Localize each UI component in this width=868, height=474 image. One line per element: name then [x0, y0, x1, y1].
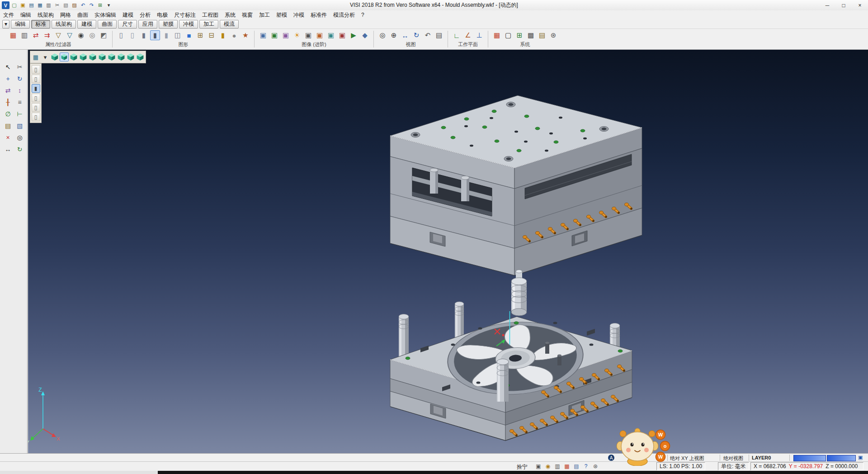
new-file-icon[interactable]: ▢: [10, 1, 18, 9]
assembly-boxes-icon[interactable]: ⊞: [195, 30, 205, 40]
calculator-icon[interactable]: ⊞: [96, 1, 104, 9]
monitor-icon[interactable]: ▢: [503, 30, 513, 40]
blank-icon[interactable]: ◎: [87, 30, 97, 40]
shadow-icon[interactable]: ▣: [303, 30, 313, 40]
animation-icon[interactable]: ▶: [349, 30, 359, 40]
workplane-standard-icon[interactable]: ∟: [452, 30, 462, 40]
settings-icon[interactable]: ⊛: [548, 30, 558, 40]
menu-item-file[interactable]: 文件: [0, 10, 17, 20]
tab-standard[interactable]: 标准: [31, 20, 50, 28]
snap-mode-icon[interactable]: ▣: [534, 462, 542, 470]
view-cube-bottom-icon[interactable]: [126, 52, 135, 62]
view-cube-iso-se-icon[interactable]: [79, 52, 88, 62]
units-field[interactable]: 单位: 毫米: [718, 462, 749, 470]
print-attributes-icon[interactable]: ▥: [19, 30, 29, 40]
filter-view-5-icon[interactable]: ▯: [32, 103, 40, 112]
calculator-system-icon[interactable]: ⊞: [514, 30, 524, 40]
tab-wireframe[interactable]: 线架构: [52, 20, 76, 28]
delete-icon[interactable]: ×: [3, 132, 13, 142]
visi-logo[interactable]: V: [2, 1, 9, 9]
database-icon[interactable]: ▤: [537, 30, 547, 40]
menu-item-edit[interactable]: 编辑: [17, 10, 34, 20]
mascot-widget[interactable]: W o W: [614, 427, 672, 466]
rotate-icon[interactable]: ↻: [14, 73, 25, 84]
group-boxes-icon[interactable]: ⊟: [207, 30, 217, 40]
selection-filter-icon[interactable]: ▽: [65, 30, 75, 40]
unblank-icon[interactable]: ◩: [99, 30, 108, 40]
filter-icon[interactable]: ▽: [53, 30, 63, 40]
pan-view-icon[interactable]: ↔: [400, 30, 410, 40]
rotate-view-icon[interactable]: ↻: [411, 30, 421, 40]
translucent-mode-icon[interactable]: ▮: [161, 30, 171, 40]
tab-progress[interactable]: 冲模: [179, 20, 198, 28]
lighting-icon[interactable]: ☀: [292, 30, 302, 40]
color-attributes-icon[interactable]: ▦: [8, 30, 18, 40]
view-cube-back-icon[interactable]: [117, 52, 126, 62]
tab-dimension[interactable]: 尺寸: [118, 20, 137, 28]
menu-item-modeling[interactable]: 建模: [119, 10, 137, 20]
refresh-icon[interactable]: ↻: [14, 144, 25, 154]
color-table-icon[interactable]: ▦: [492, 30, 502, 40]
shaded-edges-mode-icon[interactable]: ▮: [150, 30, 160, 40]
zoom-fit-icon[interactable]: ◎: [377, 30, 387, 40]
print-preview-icon[interactable]: ▥: [553, 462, 561, 470]
menu-item-machining[interactable]: 加工: [256, 10, 273, 20]
qat-dropdown-icon[interactable]: ▾: [105, 1, 113, 9]
viewport-3d[interactable]: Z Y X ▦▾ ▯▯▮▯▯▯: [28, 50, 868, 453]
menu-item-standard-parts[interactable]: 标准件: [307, 10, 330, 20]
view-cube-iso-nw-icon[interactable]: [107, 52, 116, 62]
palette-icon[interactable]: ▦: [563, 462, 571, 470]
copy-attributes-icon[interactable]: ⇉: [42, 30, 52, 40]
view-cube-right-icon[interactable]: [69, 52, 78, 62]
move-icon[interactable]: +: [3, 73, 13, 84]
paste-icon[interactable]: ▨: [71, 1, 78, 9]
tab-surface[interactable]: 曲面: [98, 20, 117, 28]
snapshot-icon[interactable]: ▣: [337, 30, 347, 40]
view-cube-top-icon[interactable]: [50, 52, 59, 62]
cut-icon[interactable]: ✂: [53, 1, 61, 9]
texture-image-icon[interactable]: ▣: [269, 30, 279, 40]
view-cube-iso-ne-icon[interactable]: [98, 52, 107, 62]
menu-item-drafting[interactable]: 工程图: [199, 10, 222, 20]
menu-item-mould[interactable]: 塑模: [273, 10, 290, 20]
lock-icon[interactable]: ◉: [544, 462, 552, 470]
snap-toggle[interactable]: 拴宁: [517, 463, 528, 471]
render-image-icon[interactable]: ▣: [258, 30, 268, 40]
wireframe-mode-icon[interactable]: ▯: [116, 30, 126, 40]
filter-view-1-icon[interactable]: ▯: [32, 65, 40, 74]
edit-scissors-icon[interactable]: ✂: [14, 62, 25, 72]
menu-item-surface[interactable]: 曲面: [74, 10, 91, 20]
view-mode-label[interactable]: 绝对视图: [723, 455, 743, 462]
dimension-icon[interactable]: ⊢: [14, 109, 25, 119]
change-attributes-icon[interactable]: ⇄: [31, 30, 41, 40]
previous-view-icon[interactable]: ↶: [423, 30, 433, 40]
tab-mould[interactable]: 塑膜: [159, 20, 178, 28]
cylinder-view-icon[interactable]: ▮: [218, 30, 228, 40]
visibility-icon[interactable]: ◉: [76, 30, 86, 40]
measure-icon[interactable]: ∅: [3, 109, 13, 119]
offset-icon[interactable]: ≡: [14, 97, 25, 107]
undo-icon[interactable]: ↶: [79, 1, 87, 9]
view-cube-dynamic-icon[interactable]: [136, 52, 145, 62]
sprue-bushing-pillar[interactable]: [511, 270, 527, 316]
section-view-icon[interactable]: ◫: [173, 30, 183, 40]
menu-item-window[interactable]: 视窗: [239, 10, 256, 20]
status-end-icon[interactable]: ▣: [858, 455, 863, 460]
zoom-icon[interactable]: ◎: [14, 132, 25, 142]
tab-flow[interactable]: 模流: [220, 20, 239, 28]
menu-item-analysis[interactable]: 分析: [137, 10, 154, 20]
redo-icon[interactable]: ↷: [88, 1, 95, 9]
settings-status-icon[interactable]: ⊛: [591, 462, 599, 470]
tab-dropdown-arrow[interactable]: ▾: [2, 20, 9, 28]
advanced-render-icon[interactable]: ◆: [360, 30, 370, 40]
menu-item-flow-analysis[interactable]: 模流分析: [330, 10, 358, 20]
menu-item-help[interactable]: ?: [358, 11, 368, 19]
zoom-window-icon[interactable]: ⊕: [389, 30, 399, 40]
print-icon[interactable]: ▥: [45, 1, 52, 9]
tab-machining[interactable]: 加工: [199, 20, 218, 28]
workplane-entity-icon[interactable]: ∠: [463, 30, 473, 40]
hidden-line-mode-icon[interactable]: ▯: [127, 30, 137, 40]
menu-item-solid-edit[interactable]: 实体编辑: [91, 10, 119, 20]
material-icon[interactable]: ▣: [315, 30, 325, 40]
maximize-button[interactable]: □: [835, 0, 852, 10]
